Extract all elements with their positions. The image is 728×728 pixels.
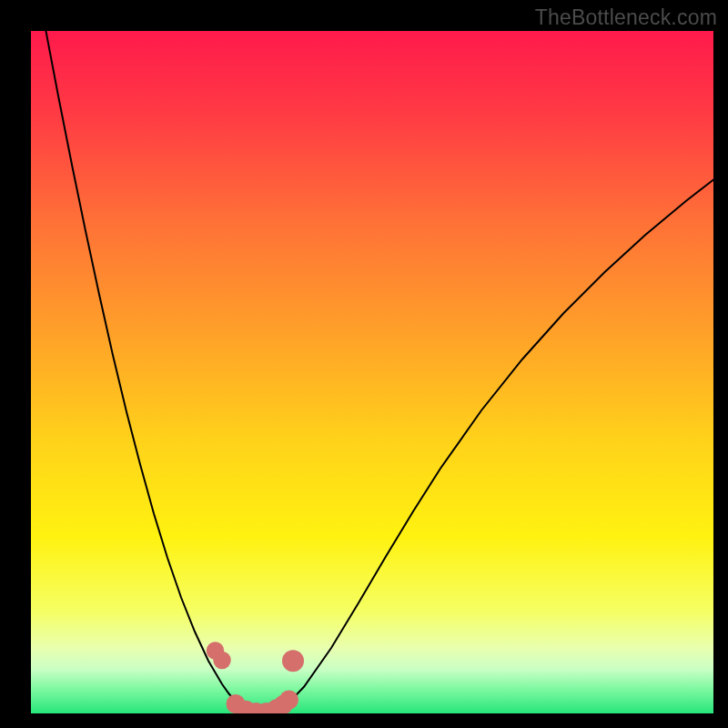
chart-marker <box>213 652 231 670</box>
chart-plot-area <box>31 31 713 713</box>
chart-svg <box>31 31 713 713</box>
chart-marker <box>279 691 298 710</box>
watermark-text: TheBottleneck.com <box>535 5 717 30</box>
chart-frame: TheBottleneck.com <box>0 0 728 728</box>
chart-background-gradient <box>31 31 713 713</box>
chart-marker <box>282 650 304 672</box>
